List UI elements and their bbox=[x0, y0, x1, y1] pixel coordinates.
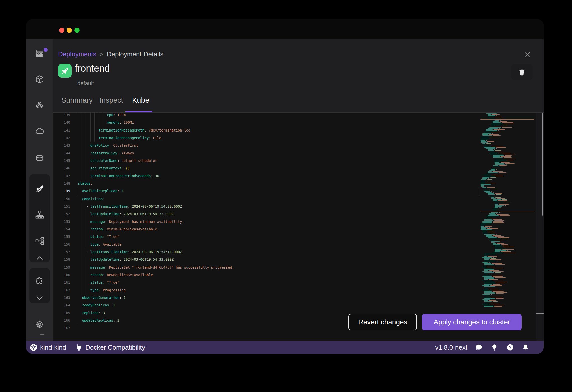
code-line[interactable]: 142 terminationMessagePolicy: File bbox=[53, 134, 544, 142]
code-line[interactable]: 143 dnsPolicy: ClusterFirst bbox=[53, 142, 544, 149]
tasks-lightbulb-icon[interactable] bbox=[490, 343, 498, 351]
sidebar-item-networking[interactable] bbox=[35, 236, 44, 245]
minimap-mark bbox=[499, 204, 509, 204]
minimap-mark bbox=[484, 258, 490, 259]
code-line[interactable]: 154 reason: MinimumReplicasAvailable bbox=[53, 225, 544, 233]
minimap-mark bbox=[489, 137, 498, 137]
tab-summary[interactable]: Summary bbox=[61, 96, 93, 104]
minimap-mark bbox=[495, 118, 504, 118]
minimap-mark bbox=[489, 227, 490, 228]
code-line[interactable]: 147 terminationGracePeriodSeconds: 30 bbox=[53, 172, 544, 180]
sidebar-item-settings[interactable] bbox=[35, 320, 44, 329]
breadcrumb-deployments-link[interactable]: Deployments bbox=[58, 50, 96, 58]
code-line[interactable]: 145 schedulerName: default-scheduler bbox=[53, 157, 544, 164]
window-close-button[interactable] bbox=[59, 28, 64, 33]
minimap-mark bbox=[481, 184, 491, 184]
delete-deployment-button[interactable] bbox=[511, 64, 533, 80]
sidebar-item-extensions[interactable] bbox=[35, 277, 44, 286]
dashboard-icon bbox=[35, 49, 44, 58]
minimap-mark bbox=[482, 304, 489, 304]
sidebar-item-pods[interactable] bbox=[35, 101, 44, 110]
code-line[interactable]: 141 terminationMessagePath: /dev/termina… bbox=[53, 126, 544, 134]
code-line[interactable]: 152 lastUpdateTime: 2024-03-06T19:54:33.… bbox=[53, 210, 544, 218]
minimap-mark bbox=[497, 198, 505, 199]
sidebar bbox=[26, 39, 53, 341]
docker-compatibility-label: Docker Compatibility bbox=[85, 344, 145, 351]
code-line[interactable]: 160 reason: NewReplicaSetAvailable bbox=[53, 271, 544, 279]
sidebar-scroll-up[interactable] bbox=[35, 254, 44, 263]
cube-icon bbox=[35, 75, 44, 84]
revert-changes-button[interactable]: Revert changes bbox=[348, 314, 417, 330]
apply-changes-button[interactable]: Apply changes to cluster bbox=[422, 314, 522, 330]
sidebar-scroll-down[interactable] bbox=[35, 294, 44, 303]
minimap-mark bbox=[488, 172, 498, 173]
code-line[interactable]: 140 memory: 100Mi bbox=[53, 119, 544, 126]
minimap-mark bbox=[482, 189, 490, 189]
sidebar-item-dashboard[interactable] bbox=[35, 49, 44, 58]
minimap-mark bbox=[489, 239, 500, 239]
yaml-editor[interactable]: 139 cpu: 100m140 memory: 100Mi141 termin… bbox=[53, 112, 544, 341]
sidebar-item-deployments[interactable] bbox=[35, 184, 44, 193]
sidebar-item-services[interactable] bbox=[35, 210, 44, 219]
tab-kube[interactable]: Kube bbox=[132, 96, 149, 104]
sidebar-item-volumes[interactable] bbox=[35, 154, 44, 163]
window-minimize-button[interactable] bbox=[67, 28, 72, 33]
code-line[interactable]: 163 observedGeneration: 1 bbox=[53, 294, 544, 301]
minimap-mark bbox=[484, 286, 495, 287]
minimap-mark bbox=[493, 199, 501, 200]
code-line[interactable]: 158 lastUpdateTime: 2024-03-06T19:54:33.… bbox=[53, 256, 544, 263]
close-details-button[interactable] bbox=[522, 49, 533, 60]
minimap-mark bbox=[488, 237, 497, 238]
code-lines: 139 cpu: 100m140 memory: 100Mi141 termin… bbox=[53, 112, 544, 332]
line-number: 156 bbox=[53, 241, 70, 248]
sidebar-item-cloud[interactable] bbox=[35, 126, 44, 136]
minimap-mark bbox=[484, 132, 491, 132]
minimap-mark bbox=[482, 285, 489, 286]
code-line[interactable]: 153 message: Deployment has minimum avai… bbox=[53, 218, 544, 225]
minimap-mark bbox=[491, 154, 503, 154]
minimap-mark bbox=[481, 141, 486, 142]
minimap-mark bbox=[482, 290, 491, 290]
minimap-mark bbox=[486, 218, 490, 218]
editor-minimap[interactable] bbox=[478, 113, 536, 341]
minimap-mark bbox=[502, 239, 507, 239]
code-line[interactable]: 139 cpu: 100m bbox=[53, 112, 544, 119]
code-line[interactable]: 146 securityContext: {} bbox=[53, 164, 544, 172]
minimap-mark bbox=[491, 297, 502, 297]
sidebar-item-containers[interactable] bbox=[35, 75, 44, 84]
code-line[interactable]: 148status: bbox=[53, 180, 544, 187]
code-line[interactable]: 157 - lastTransitionTime: 2024-03-06T19:… bbox=[53, 248, 544, 256]
window-zoom-button[interactable] bbox=[74, 28, 80, 33]
code-line[interactable]: 159 message: ReplicaSet "frontend-d4f6b4… bbox=[53, 264, 544, 271]
help-icon[interactable]: ? bbox=[506, 343, 514, 351]
minimap-mark bbox=[481, 140, 485, 140]
code-line[interactable]: 144 restartPolicy: Always bbox=[53, 149, 544, 157]
code-text: reason: NewReplicaSetAvailable bbox=[78, 271, 153, 279]
code-line[interactable]: 155 status: "True" bbox=[53, 233, 544, 240]
docker-compatibility-chip[interactable]: Docker Compatibility bbox=[75, 343, 145, 351]
breadcrumb: Deployments > Deployment Details bbox=[58, 50, 163, 58]
code-line[interactable]: 150 conditions: bbox=[53, 195, 544, 203]
minimap-mark bbox=[482, 281, 492, 281]
code-line[interactable]: 161 status: "True" bbox=[53, 279, 544, 286]
editor-scrollbar-thumb[interactable] bbox=[542, 113, 543, 216]
code-line[interactable]: 162 type: Progressing bbox=[53, 286, 544, 294]
minimap-mark bbox=[497, 214, 509, 215]
minimap-mark bbox=[503, 161, 508, 161]
line-number: 151 bbox=[53, 203, 70, 210]
feedback-icon[interactable] bbox=[475, 343, 483, 351]
kube-context-chip[interactable]: kind-kind bbox=[30, 343, 66, 351]
line-number: 146 bbox=[53, 164, 70, 172]
code-line[interactable]: 151 - lastTransitionTime: 2024-03-06T19:… bbox=[53, 203, 544, 210]
code-line[interactable]: 149 availableReplicas: 4 bbox=[53, 187, 544, 195]
tab-inspect[interactable]: Inspect bbox=[100, 96, 123, 104]
minimap-mark bbox=[491, 168, 495, 168]
minimap-mark bbox=[489, 126, 494, 126]
minimap-mark bbox=[493, 210, 497, 210]
code-line[interactable]: 164 readyReplicas: 3 bbox=[53, 301, 544, 309]
minimap-mark bbox=[493, 192, 494, 193]
code-line[interactable]: 156 type: Available bbox=[53, 241, 544, 248]
minimap-mark bbox=[491, 169, 495, 169]
minimap-mark bbox=[488, 194, 495, 195]
notifications-bell-icon[interactable] bbox=[522, 343, 530, 351]
